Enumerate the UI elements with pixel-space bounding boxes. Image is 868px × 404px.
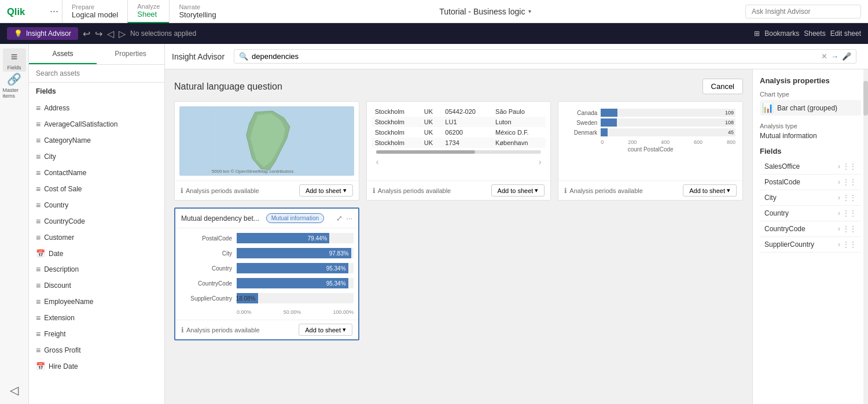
field-row-icons: › ⋮⋮ bbox=[838, 194, 856, 202]
fields-section-title: Fields bbox=[760, 147, 861, 155]
drag-handle-icon[interactable]: ⋮⋮ bbox=[843, 225, 856, 233]
mutual-bar-track: 18.08% bbox=[237, 293, 354, 303]
back-icon[interactable]: ◁ bbox=[107, 28, 114, 39]
undo-icon[interactable]: ↩ bbox=[83, 28, 90, 39]
scrollbar-thumb bbox=[863, 81, 868, 116]
add-to-sheet-mutual[interactable]: Add to sheet ▾ bbox=[299, 324, 352, 336]
logo: Qlik bbox=[7, 5, 42, 18]
dropdown-icon: ▾ bbox=[727, 187, 730, 194]
field-item-city[interactable]: ≡ City bbox=[29, 149, 164, 165]
calendar-icon: 📅 bbox=[36, 249, 45, 258]
chevron-right-icon[interactable]: › bbox=[838, 178, 840, 186]
expand-left-btn[interactable]: ◁ bbox=[3, 379, 26, 402]
field-item-avgcallsat[interactable]: ≡ AverageCallSatisfaction bbox=[29, 116, 164, 132]
chevron-right-icon[interactable]: › bbox=[838, 209, 840, 217]
ask-advisor-input[interactable] bbox=[745, 5, 861, 18]
mutual-bar-fill: 95.34% bbox=[237, 263, 348, 273]
submit-search-icon[interactable]: → bbox=[831, 52, 838, 61]
info-icon-bar: ℹ bbox=[564, 187, 567, 195]
analysis-periods-table: Analysis periods available bbox=[378, 187, 451, 194]
horizontal-scrollbar[interactable] bbox=[376, 150, 542, 154]
field-item-contactname[interactable]: ≡ ContactName bbox=[29, 165, 164, 181]
drag-handle-icon[interactable]: ⋮⋮ bbox=[843, 162, 856, 171]
scroll-left-icon[interactable]: ‹ bbox=[376, 157, 379, 166]
nav-analyze[interactable]: Analyze Sheet bbox=[127, 0, 169, 23]
search-assets-input[interactable] bbox=[29, 65, 164, 83]
field-item-hiredate[interactable]: 📅 Hire Date bbox=[29, 358, 164, 374]
mic-icon[interactable]: 🎤 bbox=[842, 52, 851, 61]
mutual-card-header: Mutual dependency bet... Mutual informat… bbox=[175, 209, 358, 228]
chart-card-bar-body: Canada 109 Sweden bbox=[558, 102, 742, 180]
field-item-employeename[interactable]: ≡ EmployeeName bbox=[29, 294, 164, 310]
field-item-grossprofit[interactable]: ≡ Gross Profit bbox=[29, 342, 164, 358]
chart-type-row[interactable]: 📊 Bar chart (grouped) bbox=[760, 100, 861, 116]
bar-row-sweden: Sweden 108 bbox=[565, 118, 735, 127]
chevron-right-icon[interactable]: › bbox=[838, 225, 840, 233]
chevron-right-icon[interactable]: › bbox=[838, 240, 840, 249]
tab-assets[interactable]: Assets bbox=[29, 44, 97, 64]
nav-dots-menu[interactable]: ··· bbox=[46, 5, 62, 17]
field-item-date[interactable]: 📅 Date bbox=[29, 246, 164, 261]
mutual-bar-country: Country 95.34% bbox=[180, 263, 354, 273]
master-items-icon-btn[interactable]: 🔗 Master items bbox=[3, 74, 26, 97]
grid-icon[interactable]: ⊞ bbox=[754, 29, 760, 38]
mutual-bar-fill: 97.83% bbox=[237, 248, 351, 258]
drag-handle-icon[interactable]: ⋮⋮ bbox=[843, 178, 856, 186]
expand-icon[interactable]: ⤢ bbox=[336, 214, 343, 223]
no-selections-label: No selections applied bbox=[130, 29, 196, 38]
sheets-btn[interactable]: Sheets bbox=[804, 29, 825, 38]
field-item-customer[interactable]: ≡ Customer bbox=[29, 229, 164, 246]
field-text-icon: ≡ bbox=[36, 201, 41, 210]
nav-prepare[interactable]: Prepare Logical model bbox=[62, 0, 127, 23]
field-item-address[interactable]: ≡ Address bbox=[29, 100, 164, 116]
mutual-bar-track: 95.34% bbox=[237, 263, 354, 273]
insight-advisor-toggle[interactable]: 💡 Insight Advisor bbox=[7, 27, 78, 40]
clear-search-icon[interactable]: ✕ bbox=[821, 52, 827, 61]
right-field-postalcode: PostalCode › ⋮⋮ bbox=[760, 175, 861, 190]
bar-row-denmark: Denmark 45 bbox=[565, 128, 735, 136]
add-to-sheet-map[interactable]: Add to sheet ▾ bbox=[299, 184, 353, 197]
field-item-freight[interactable]: ≡ Freight bbox=[29, 326, 164, 342]
more-options-icon[interactable]: ··· bbox=[346, 214, 352, 223]
edit-sheet-btn[interactable]: Edit sheet bbox=[830, 29, 861, 38]
nav-center: Tutorial - Business logic ▾ bbox=[226, 7, 745, 16]
bookmarks-btn[interactable]: Bookmarks bbox=[764, 29, 799, 38]
field-item-extension[interactable]: ≡ Extension bbox=[29, 310, 164, 326]
dropdown-icon: ▾ bbox=[535, 187, 538, 194]
field-row-icons: › ⋮⋮ bbox=[838, 209, 856, 217]
nav-narrate[interactable]: Narrate Storytelling bbox=[169, 0, 225, 23]
fields-icon-btn[interactable]: ≡ Fields bbox=[3, 49, 26, 72]
field-item-categoryname[interactable]: ≡ CategoryName bbox=[29, 132, 164, 149]
analysis-periods-map: Analysis periods available bbox=[186, 187, 259, 194]
content-main: Natural language question Cancel bbox=[165, 69, 868, 404]
field-item-countrycode[interactable]: ≡ CountryCode bbox=[29, 213, 164, 229]
redo-icon[interactable]: ↪ bbox=[95, 28, 102, 39]
right-field-countrycode: CountryCode › ⋮⋮ bbox=[760, 221, 861, 237]
field-item-discount[interactable]: ≡ Discount bbox=[29, 277, 164, 294]
insight-advisor-icon: 💡 bbox=[14, 29, 23, 38]
right-panel-scrollbar[interactable] bbox=[863, 69, 868, 404]
drag-handle-icon[interactable]: ⋮⋮ bbox=[843, 209, 856, 217]
field-text-icon: ≡ bbox=[36, 120, 41, 129]
drag-handle-icon[interactable]: ⋮⋮ bbox=[843, 240, 856, 249]
field-text-icon: ≡ bbox=[36, 136, 41, 145]
add-to-sheet-table[interactable]: Add to sheet ▾ bbox=[491, 184, 545, 197]
bar-track: 108 bbox=[601, 118, 735, 127]
chevron-right-icon[interactable]: › bbox=[838, 162, 840, 171]
table-row: Stockholm UK 06200 México D.F. bbox=[372, 127, 546, 138]
add-to-sheet-bar[interactable]: Add to sheet ▾ bbox=[683, 184, 737, 197]
field-item-country[interactable]: ≡ Country bbox=[29, 197, 164, 213]
drag-handle-icon[interactable]: ⋮⋮ bbox=[843, 194, 856, 202]
tab-properties[interactable]: Properties bbox=[97, 44, 164, 64]
cancel-button[interactable]: Cancel bbox=[703, 79, 743, 94]
master-items-icon: 🔗 bbox=[7, 72, 21, 86]
forward-icon[interactable]: ▷ bbox=[119, 28, 126, 39]
field-item-costofsale[interactable]: ≡ Cost of Sale bbox=[29, 181, 164, 197]
field-item-description[interactable]: ≡ Description bbox=[29, 261, 164, 277]
search-input[interactable] bbox=[252, 52, 818, 61]
mutual-bar-fill: 18.08% bbox=[237, 293, 258, 303]
charts-area: Natural language question Cancel bbox=[165, 69, 752, 404]
field-text-icon: ≡ bbox=[36, 297, 41, 306]
scroll-right-icon[interactable]: › bbox=[539, 157, 542, 166]
chevron-right-icon[interactable]: › bbox=[838, 194, 840, 202]
